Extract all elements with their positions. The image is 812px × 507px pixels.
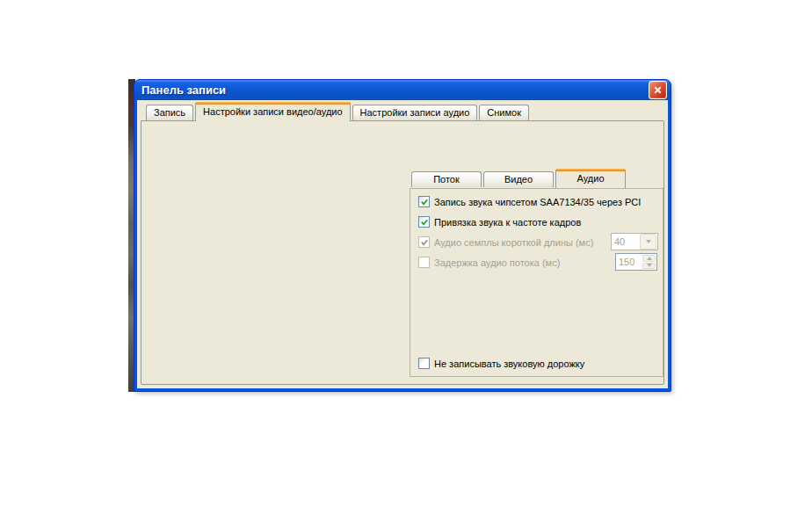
short-samples-value: 40	[612, 236, 639, 247]
checkbox-audio-delay: Задержка аудио потока (мс)	[418, 257, 560, 268]
tab-snapshot[interactable]: Снимок	[479, 105, 529, 120]
title-bar[interactable]: Панель записи	[134, 80, 671, 100]
checkbox-box	[418, 257, 430, 268]
right-tabstrip: Поток Видео Аудио	[411, 169, 627, 188]
checkbox-label: Аудио семплы короткой длины (мс)	[434, 237, 593, 248]
dialog-content: Запись Настройки записи видео/аудио Наст…	[137, 100, 668, 388]
tab-audio[interactable]: Аудио	[555, 169, 626, 188]
tab-stream[interactable]: Поток	[411, 171, 482, 187]
tab-label: Запись	[154, 107, 185, 118]
tab-label: Поток	[433, 174, 460, 185]
check-icon	[420, 238, 429, 247]
checkbox-box[interactable]	[418, 358, 430, 369]
checkbox-box[interactable]	[418, 196, 430, 207]
audio-panel: Запись звука чипсетом SAA7134/35 через P…	[410, 188, 663, 377]
close-icon	[653, 85, 663, 95]
chevron-down-icon	[640, 234, 656, 250]
tab-record[interactable]: Запись	[146, 105, 193, 120]
tab-label: Настройки записи видео/аудио	[203, 106, 342, 117]
checkbox-label: Задержка аудио потока (мс)	[434, 257, 560, 268]
tab-label: Видео	[504, 174, 533, 185]
checkbox-no-audio-track[interactable]: Не записывать звуковую дорожку	[418, 358, 584, 369]
recording-panel-dialog: Панель записи Запись Настройки записи ви…	[134, 79, 671, 392]
check-icon	[420, 218, 429, 227]
audio-delay-stepper: 150	[615, 253, 657, 271]
checkbox-box	[418, 236, 430, 248]
checkbox-sync-framerate[interactable]: Привязка звука к частоте кадров	[418, 216, 581, 228]
tab-label: Настройки записи аудио	[360, 107, 470, 118]
window-title: Панель записи	[141, 83, 649, 97]
spin-down-icon	[642, 263, 656, 270]
tab-video-audio-settings[interactable]: Настройки записи видео/аудио	[195, 102, 350, 121]
checkbox-box[interactable]	[418, 216, 430, 228]
check-icon	[420, 198, 429, 206]
checkbox-label: Привязка звука к частоте кадров	[434, 217, 581, 228]
checkbox-label: Запись звука чипсетом SAA7134/35 через P…	[434, 197, 641, 207]
checkbox-short-samples: Аудио семплы короткой длины (мс)	[418, 236, 593, 248]
audio-delay-value: 150	[616, 257, 642, 267]
checkbox-label: Не записывать звуковую дорожку	[434, 359, 584, 369]
close-button[interactable]	[649, 81, 667, 99]
checkbox-chipset-record[interactable]: Запись звука чипсетом SAA7134/35 через P…	[418, 196, 641, 207]
main-tabstrip: Запись Настройки записи видео/аудио Наст…	[146, 102, 531, 121]
stepper-buttons	[642, 255, 656, 269]
spin-up-icon	[642, 255, 656, 262]
tab-label: Снимок	[487, 107, 521, 118]
tab-label: Аудио	[576, 173, 604, 184]
tab-video[interactable]: Видео	[483, 171, 554, 187]
short-samples-select: 40	[611, 233, 658, 250]
tab-audio-settings[interactable]: Настройки записи аудио	[352, 105, 478, 120]
